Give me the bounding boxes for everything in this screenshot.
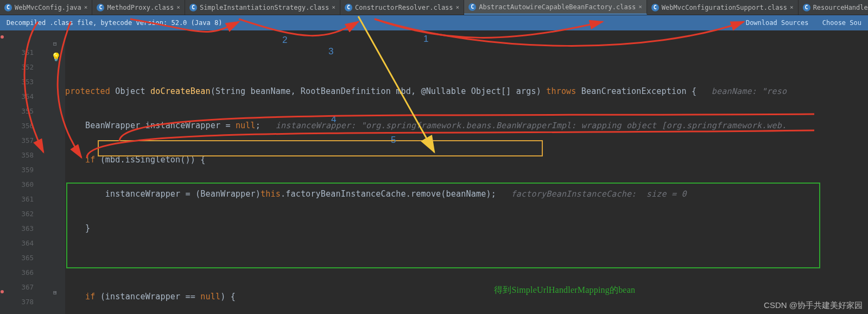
keyword: if [85,292,100,302]
tab-label: MethodProxy.class [107,4,174,11]
close-icon[interactable]: × [176,4,180,11]
close-icon[interactable]: × [790,4,794,11]
tab-label: ConstructorResolver.class [355,4,453,11]
text: ) { [220,292,236,302]
code-line: if (instanceWrapper == null) { [65,290,868,304]
method-name: doCreateBean [150,86,211,96]
line-number: 361 [9,192,34,206]
tab-label: AbstractAutowireCapableBeanFactory.class [479,3,636,11]
breakpoint-marker[interactable] [1,290,4,293]
keyword: null [236,121,256,130]
filetype-icon: C [468,3,476,11]
filetype-icon: C [97,4,104,11]
line-number: 359 [9,162,34,177]
line-number [9,30,34,45]
tab-label: SimpleInstantiationStrategy.class [200,4,329,11]
close-icon[interactable]: × [84,4,88,11]
keyword: null [200,292,220,302]
line-number: 357 [9,133,34,148]
editor-tab[interactable]: CResourceHandlerRegistry.class× [799,0,868,15]
tab-label: ResourceHandlerRegistry.class [813,4,868,11]
line-number: 355 [9,104,34,118]
keyword: protected [65,86,115,96]
keyword: if [85,155,100,165]
close-icon[interactable]: × [456,4,460,11]
choose-sources-link[interactable]: Choose Sou [822,19,861,27]
code-line [65,255,868,270]
line-number: 358 [9,148,34,162]
editor-tab[interactable]: CWebMvcConfig.java× [0,0,92,15]
inline-hint: instanceWrapper: "org.springframework.be… [261,121,787,130]
fold-gutter: ⊟ 💡 ⊞ [39,30,65,314]
line-number: 365 [9,250,34,265]
line-number: 378 [9,294,34,309]
intention-bulb-icon[interactable]: 💡 [51,52,61,62]
params: (String beanName, RootBeanDefinition mbd… [211,86,546,96]
editor-tab[interactable]: CAbstractAutowireCapableBeanFactory.clas… [464,0,647,15]
line-number: 356 [9,118,34,133]
marker-bar [0,30,5,314]
line-number: 351 [9,45,34,60]
code-line [65,50,868,65]
filetype-icon: C [651,4,659,11]
text: (instanceWrapper == [100,292,201,302]
line-number: 352 [9,60,34,74]
code-line: } [65,221,868,236]
editor-tab[interactable]: CWebMvcConfigurationSupport.class× [647,0,799,15]
breakpoint-marker[interactable] [1,35,4,39]
code-line: BeanWrapper instanceWrapper = null; inst… [65,118,868,133]
code-line: instanceWrapper = (BeanWrapper)this.fact… [65,187,868,202]
line-number: 363 [9,221,34,236]
line-number: 362 [9,206,34,221]
code-area[interactable]: protected Object doCreateBean(String bea… [65,30,868,314]
line-number: 364 [9,236,34,250]
editor-tabs: CWebMvcConfig.java×CMethodProxy.class×CS… [0,0,868,15]
text: (mbd.isSingleton()) { [100,155,206,165]
type: Object [115,86,150,96]
line-number: 360 [9,177,34,192]
text: ; [256,121,261,130]
inline-hint: beanName: "reso [696,86,787,96]
decompile-info-bar: Decompiled .class file, bytecode version… [0,15,868,30]
exception: BeanCreationException { [581,86,696,96]
text: } [85,223,90,233]
keyword: this [261,189,281,199]
fold-toggle-icon[interactable]: ⊟ [53,40,57,47]
tab-label: WebMvcConfigurationSupport.class [662,4,787,11]
filetype-icon: C [4,4,12,11]
decompile-message: Decompiled .class file, bytecode version… [7,19,222,27]
text: instanceWrapper = (BeanWrapper) [105,189,261,199]
tab-label: WebMvcConfig.java [15,4,81,11]
line-number: 367 [9,280,34,294]
filetype-icon: C [189,4,197,11]
code-line: protected Object doCreateBean(String bea… [65,84,868,99]
filetype-icon: C [345,4,352,11]
download-sources-link[interactable]: Download Sources [746,19,809,27]
code-line: if (mbd.isSingleton()) { [65,153,868,167]
close-icon[interactable]: × [332,4,335,11]
editor-tab[interactable]: CMethodProxy.class× [92,0,185,15]
editor-tab[interactable]: CConstructorResolver.class× [340,0,464,15]
close-icon[interactable]: × [638,3,642,10]
filetype-icon: C [803,4,810,11]
text: BeanWrapper instanceWrapper = [85,121,236,130]
keyword: throws [546,86,581,96]
fold-toggle-icon[interactable]: ⊞ [53,289,57,296]
line-number: 366 [9,265,34,280]
inline-hint: factoryBeanInstanceCache: size = 0 [496,189,687,199]
editor-tab[interactable]: CSimpleInstantiationStrategy.class× [185,0,340,15]
line-number: 354 [9,89,34,104]
line-number: 353 [9,74,34,89]
text: .factoryBeanInstanceCache.remove(beanNam… [281,189,496,199]
infobar-actions: Download Sources Choose Sou [736,19,861,27]
line-number-gutter: 3513523533543553563573583593603613623633… [5,30,39,314]
code-editor: 3513523533543553563573583593603613623633… [0,30,868,314]
